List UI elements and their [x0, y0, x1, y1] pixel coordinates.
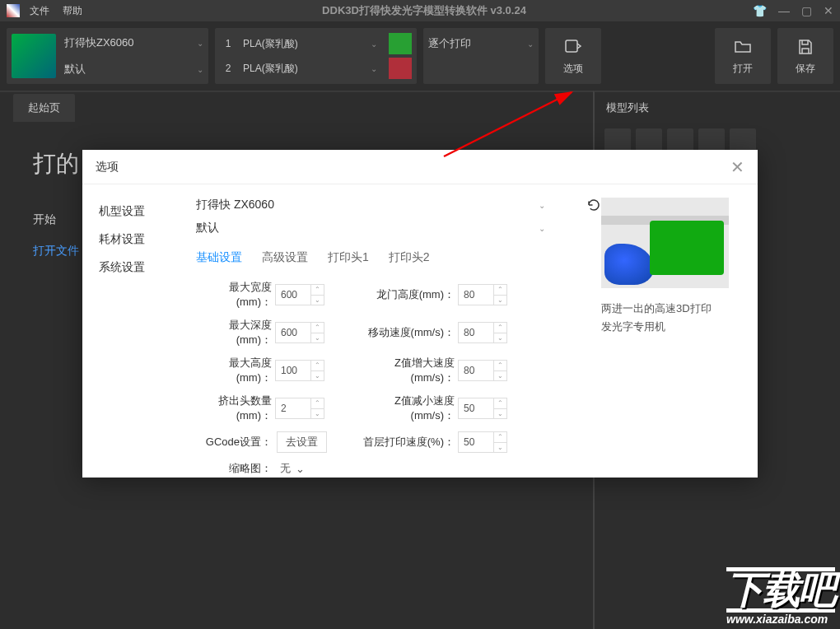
reload-icon[interactable]: [586, 198, 601, 212]
chevron-down-icon[interactable]: ⌄: [364, 64, 384, 73]
printer-name: 打得快ZX6060: [64, 35, 134, 50]
tab-basic[interactable]: 基础设置: [196, 250, 242, 265]
tab-advanced[interactable]: 高级设置: [262, 250, 308, 265]
app-title: DDK3D打得快发光字模型转换软件 v3.0.24: [96, 3, 753, 18]
first-layer-speed-input[interactable]: 50⌃⌄: [458, 431, 507, 453]
printer-dropdown[interactable]: 打得快 ZX6060 ⌄: [189, 198, 601, 212]
chevron-down-icon[interactable]: ⌄: [539, 201, 545, 210]
dialog-title: 选项: [96, 160, 119, 175]
machine-image: [601, 198, 729, 288]
z-down-speed-input[interactable]: 50⌃⌄: [458, 398, 507, 419]
settings-form: 最大宽度(mm)：600⌃⌄ 龙门高度(mm)：80⌃⌄ 最大深度(mm)：60…: [196, 280, 601, 453]
gantry-height-input[interactable]: 80⌃⌄: [458, 284, 507, 305]
chevron-down-icon: ⌄: [296, 463, 305, 475]
material-row-2[interactable]: 2 PLA(聚乳酸) ⌄: [220, 58, 412, 79]
max-height-input[interactable]: 100⌃⌄: [275, 360, 324, 381]
menu-help[interactable]: 帮助: [63, 4, 82, 18]
profile-dropdown[interactable]: 默认 ⌄: [189, 221, 601, 235]
extruders-input[interactable]: 2⌃⌄: [275, 398, 324, 419]
settings-tabs: 基础设置 高级设置 打印头1 打印头2: [196, 250, 601, 265]
printer-selector[interactable]: 打得快ZX6060⌄ 默认⌄: [7, 28, 208, 84]
printer-thumb-icon: [12, 34, 56, 78]
chevron-down-icon[interactable]: ⌄: [539, 224, 545, 233]
maximize-icon[interactable]: ▢: [801, 4, 812, 17]
dialog-close-icon[interactable]: ✕: [730, 157, 744, 177]
machine-preview: 两进一出的高速3D打印 发光字专用机: [601, 198, 741, 476]
move-speed-input[interactable]: 80⌃⌄: [458, 322, 507, 343]
toolbar: 打得快ZX6060⌄ 默认⌄ 1 PLA(聚乳酸) ⌄ 2 PLA(聚乳酸) ⌄…: [0, 21, 840, 91]
save-button[interactable]: 保存: [777, 28, 833, 84]
minimize-icon[interactable]: —: [778, 4, 790, 17]
max-depth-input[interactable]: 600⌃⌄: [275, 322, 324, 343]
shirt-icon[interactable]: 👕: [753, 4, 767, 17]
watermark: 下载吧 www.xiazaiba.com: [726, 567, 835, 626]
options-dialog: 选项 ✕ 机型设置 耗材设置 系统设置 打得快 ZX6060 ⌄ 默认 ⌄ 基础…: [82, 150, 758, 478]
chevron-down-icon[interactable]: ⌄: [364, 40, 384, 49]
gcode-settings-button[interactable]: 去设置: [277, 431, 327, 453]
menu-file[interactable]: 文件: [30, 4, 49, 18]
settings-content: 打得快 ZX6060 ⌄ 默认 ⌄ 基础设置 高级设置 打印头1 打印头2 最大…: [189, 198, 601, 476]
color-swatch[interactable]: [389, 33, 412, 54]
options-icon: [563, 37, 583, 57]
title-bar: 文件 帮助 DDK3D打得快发光字模型转换软件 v3.0.24 👕 — ▢ ✕: [0, 0, 840, 21]
profile-name: 默认: [64, 62, 86, 77]
nav-system[interactable]: 系统设置: [99, 254, 189, 282]
open-button[interactable]: 打开: [715, 28, 771, 84]
tab-bar: 起始页: [0, 92, 593, 123]
chevron-down-icon[interactable]: ⌄: [197, 65, 203, 74]
svg-rect-0: [566, 40, 577, 52]
app-logo-icon: [7, 4, 20, 17]
chevron-down-icon[interactable]: ⌄: [527, 40, 534, 49]
tab-start[interactable]: 起始页: [13, 94, 75, 122]
options-button[interactable]: 选项: [545, 28, 601, 84]
tab-head1[interactable]: 打印头1: [328, 250, 369, 265]
chevron-down-icon[interactable]: ⌄: [197, 39, 203, 48]
settings-nav: 机型设置 耗材设置 系统设置: [99, 198, 189, 476]
close-icon[interactable]: ✕: [824, 4, 833, 17]
z-up-speed-input[interactable]: 80⌃⌄: [458, 360, 507, 381]
nav-machine[interactable]: 机型设置: [99, 198, 189, 226]
dialog-header: 选项 ✕: [82, 150, 758, 184]
folder-icon: [733, 37, 753, 57]
model-list-header: 模型列表: [595, 92, 840, 123]
print-mode-selector[interactable]: 逐个打印⌄: [423, 28, 539, 84]
color-swatch[interactable]: [389, 58, 412, 79]
nav-material[interactable]: 耗材设置: [99, 226, 189, 254]
max-width-input[interactable]: 600⌃⌄: [275, 284, 324, 305]
material-selector: 1 PLA(聚乳酸) ⌄ 2 PLA(聚乳酸) ⌄: [215, 28, 417, 84]
material-row-1[interactable]: 1 PLA(聚乳酸) ⌄: [220, 33, 412, 54]
tab-head2[interactable]: 打印头2: [389, 250, 430, 265]
thumbnail-select[interactable]: 无⌄: [280, 461, 305, 476]
save-icon: [796, 37, 815, 57]
